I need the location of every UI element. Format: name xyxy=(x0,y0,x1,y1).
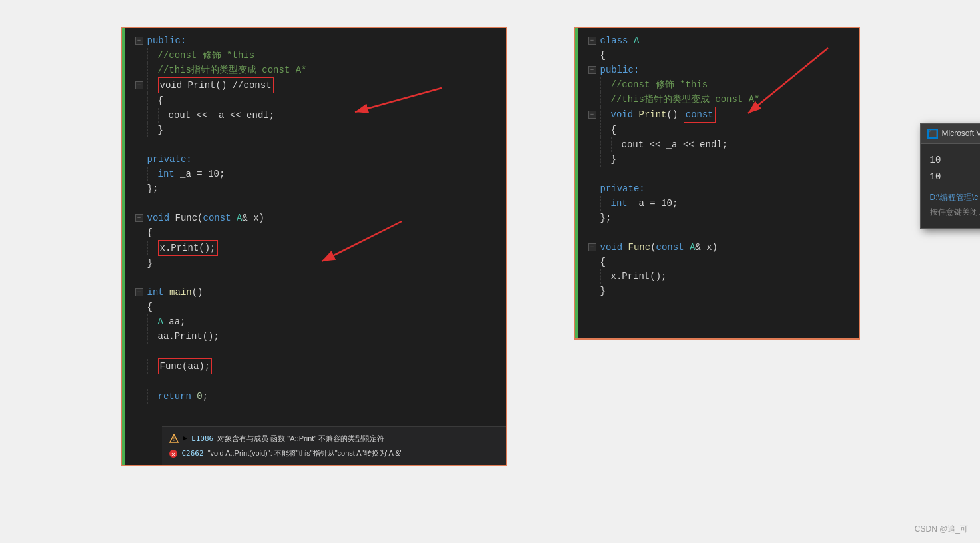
code-text: Func xyxy=(628,240,651,255)
code-text: class xyxy=(600,33,634,48)
code-line: cout << _a << endl; xyxy=(575,137,859,152)
print-highlight-box: void Print() //const xyxy=(158,77,274,93)
code-line-print-right: − void Print () const xyxy=(575,107,859,123)
code-text: { xyxy=(600,48,606,63)
code-text: Print xyxy=(639,107,667,122)
code-line xyxy=(122,271,506,285)
vs-dialog-title-bar: ⬛ Microsoft Visual Studio 调试正 × xyxy=(921,124,981,144)
code-text: const xyxy=(656,240,690,255)
code-text: { xyxy=(600,255,606,269)
right-panel-wrapper: − class A { − public: xyxy=(574,20,860,340)
code-line xyxy=(122,196,506,211)
right-code-panel: − class A { − public: xyxy=(574,27,860,340)
code-text: return xyxy=(158,389,197,404)
code-text: } xyxy=(158,123,163,137)
code-line: } xyxy=(122,256,506,271)
error-msg-1: 对象含有与成员 函数 "A::Print" 不兼容的类型限定符 xyxy=(217,434,384,444)
collapse-button[interactable]: − xyxy=(135,37,143,45)
code-text: A xyxy=(634,33,639,48)
code-text-int: int xyxy=(158,167,175,181)
code-text: x.Print(); xyxy=(160,243,216,253)
code-line-print: − void Print() //const xyxy=(122,77,506,93)
svg-text:✕: ✕ xyxy=(171,450,175,458)
code-text: }; xyxy=(147,181,159,196)
code-line-int-right: int _a = 10; xyxy=(575,196,859,211)
code-line: } xyxy=(575,152,859,167)
code-line: } xyxy=(122,123,506,137)
code-line-func-right: − void Func ( const A & x) xyxy=(575,240,859,255)
vs-dialog-content: 10 10 D:\编程管理\c++代码仓库\ 按任意键关闭此窗口. . . xyxy=(921,144,981,228)
code-line: A aa; xyxy=(122,314,506,329)
code-line: private: xyxy=(575,181,859,196)
collapse-button[interactable]: − xyxy=(135,214,143,222)
code-text: aa.Print(); xyxy=(158,329,219,344)
code-text: }; xyxy=(600,211,612,225)
vs-dialog-title-text: ⬛ Microsoft Visual Studio 调试正 xyxy=(927,128,981,139)
code-line: { xyxy=(122,225,506,240)
code-text: x.Print(); xyxy=(611,269,667,284)
left-code-panel: − public: //const 修饰 *this //this指针的类型变成… xyxy=(121,27,507,466)
collapse-button[interactable]: − xyxy=(588,111,596,119)
code-line: //const 修饰 *this xyxy=(575,77,859,92)
code-text: A xyxy=(158,314,169,329)
code-line: return 0 ; xyxy=(122,389,506,404)
code-line xyxy=(122,374,506,389)
code-text: Func( xyxy=(175,211,203,225)
collapse-button[interactable]: − xyxy=(588,243,596,251)
code-text-int2: int xyxy=(147,285,170,300)
error-code-c2662: C2662 xyxy=(182,449,204,458)
code-text: _a = 10; xyxy=(175,167,225,181)
code-line-xprint: x.Print(); xyxy=(122,240,506,256)
code-text: void xyxy=(147,211,175,225)
collapse-button[interactable]: − xyxy=(588,37,596,45)
collapse-button[interactable]: − xyxy=(135,288,143,296)
code-text: { xyxy=(611,123,616,137)
code-text: } xyxy=(600,284,606,298)
code-text: A xyxy=(237,211,242,225)
code-line: − public: xyxy=(575,63,859,77)
code-line: x.Print(); xyxy=(575,269,859,284)
code-text: const xyxy=(203,211,237,225)
const-highlight-box: const xyxy=(684,107,716,123)
code-line-funcaa: Func(aa); xyxy=(122,358,506,374)
code-text: aa; xyxy=(169,314,185,329)
error-code-e1086: E1086 xyxy=(191,434,213,443)
error-tooltip: ! ▶ E1086 对象含有与成员 函数 "A::Print" 不兼容的类型限定… xyxy=(162,426,506,465)
code-text: //this指针的类型变成 const A* xyxy=(158,63,307,77)
code-text: _a = 10; xyxy=(628,196,678,211)
code-text-int-right: int xyxy=(611,196,628,211)
code-text: () xyxy=(192,285,203,300)
code-line: cout << _a << endl; xyxy=(122,108,506,123)
error-icon-warn: ▶ xyxy=(183,431,188,446)
code-text: { xyxy=(158,93,163,108)
code-text: void xyxy=(611,107,639,122)
code-text: //this指针的类型变成 const A* xyxy=(611,92,760,107)
code-text: & x) xyxy=(242,211,264,225)
code-text: ; xyxy=(203,389,208,404)
code-text: void Print() //const xyxy=(160,80,272,91)
code-line: { xyxy=(575,48,859,63)
close-message: 按任意键关闭此窗口. . . xyxy=(930,205,981,220)
output-line-2: 10 xyxy=(930,169,981,185)
output-line-1: 10 xyxy=(930,152,981,169)
code-text: Func(aa); xyxy=(160,361,211,372)
page-container: − public: //const 修饰 *this //this指针的类型变成… xyxy=(0,0,980,543)
code-line: }; xyxy=(122,181,506,196)
left-code-editor: − public: //const 修饰 *this //this指针的类型变成… xyxy=(122,28,506,465)
code-line: − public: xyxy=(122,33,506,48)
code-line: − class A xyxy=(575,33,859,48)
code-line xyxy=(122,137,506,152)
code-text: //const 修饰 *this xyxy=(611,77,708,92)
code-text: public: xyxy=(600,63,640,77)
code-text-const: const xyxy=(686,109,714,120)
collapse-button[interactable]: − xyxy=(588,66,596,74)
code-text: private: xyxy=(600,181,645,196)
code-text: 0 xyxy=(197,389,202,404)
vs-dialog-title-label: Microsoft Visual Studio 调试正 xyxy=(942,128,981,139)
code-text: { xyxy=(147,300,153,314)
funcaa-highlight-box: Func(aa); xyxy=(158,358,213,374)
code-line xyxy=(122,344,506,358)
code-line: { xyxy=(122,300,506,314)
collapse-button[interactable]: − xyxy=(135,81,143,89)
code-line: private: xyxy=(122,152,506,167)
